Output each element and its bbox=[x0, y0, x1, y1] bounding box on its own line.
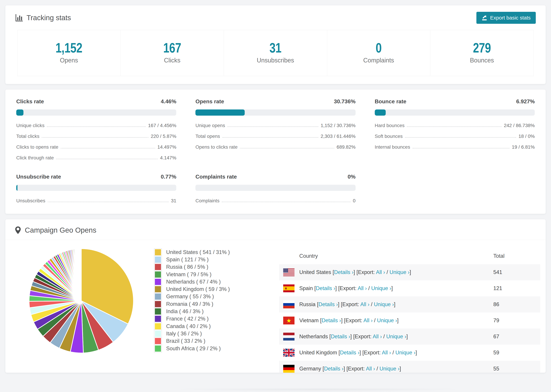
rate-value: 6.927% bbox=[516, 98, 535, 105]
rate-progress-fill bbox=[195, 109, 245, 116]
rate-block-unsubscribe-rate: Unsubscribe rate0.77%Unsubscribes31 bbox=[16, 174, 176, 203]
rate-detail-label: Total clicks bbox=[16, 133, 39, 139]
legend-label: Netherlands ( 67 / 4% ) bbox=[166, 279, 221, 285]
country-name: United Kingdom bbox=[299, 350, 337, 356]
rate-detail-row: Unsubscribes31 bbox=[16, 198, 176, 203]
rates-card: Clicks rate4.46%Unique clicks167 / 4.456… bbox=[5, 89, 546, 214]
details-link[interactable]: Details › bbox=[324, 366, 344, 372]
export-all-link[interactable]: All › bbox=[363, 317, 373, 323]
stat-cell-clicks: 167Clicks bbox=[121, 30, 224, 76]
legend-item-canada[interactable]: Canada ( 40 / 2% ) bbox=[154, 322, 236, 330]
geo-table-row-netherlands: Netherlands [Details ›] [Export: All › /… bbox=[279, 329, 540, 345]
page-title: Tracking stats bbox=[27, 14, 71, 22]
country-total: 67 bbox=[493, 334, 536, 340]
legend-item-united-states[interactable]: United States ( 541 / 31% ) bbox=[154, 249, 236, 256]
rate-progress-bar bbox=[16, 109, 176, 116]
rate-detail-row: Internal bounces19 / 6.81% bbox=[375, 144, 535, 150]
legend-item-italy[interactable]: Italy ( 36 / 2% ) bbox=[154, 330, 236, 337]
details-link[interactable]: Details › bbox=[318, 301, 338, 307]
tracking-stats-card: Tracking stats Export basic stats 1,152O… bbox=[5, 5, 546, 84]
rate-progress-fill bbox=[16, 185, 17, 191]
country-name: Vietnam bbox=[299, 317, 319, 323]
geo-table-row-united-states: United States [Details ›] [Export: All ›… bbox=[279, 264, 540, 280]
legend-item-spain[interactable]: Spain ( 121 / 7% ) bbox=[154, 256, 236, 263]
legend-label: Germany ( 55 / 3% ) bbox=[166, 294, 214, 300]
rate-detail-value: 14.497% bbox=[157, 144, 177, 150]
details-link[interactable]: Details › bbox=[331, 334, 350, 339]
country-total: 55 bbox=[493, 366, 536, 372]
export-unique-link[interactable]: Unique › bbox=[386, 334, 406, 339]
geo-table-body: United States [Details ›] [Export: All ›… bbox=[279, 264, 540, 373]
legend-label: India ( 46 / 3% ) bbox=[166, 308, 204, 315]
rate-title: Unsubscribe rate bbox=[16, 174, 61, 180]
export-unique-link[interactable]: Unique › bbox=[396, 350, 416, 356]
geo-table-row-russia: Russia [Details ›] [Export: All › / Uniq… bbox=[279, 296, 540, 313]
rate-detail-value: 19 / 6.81% bbox=[512, 144, 535, 150]
export-all-link[interactable]: All › bbox=[373, 334, 382, 339]
legend-swatch bbox=[154, 330, 162, 337]
details-link[interactable]: Details › bbox=[322, 317, 341, 323]
rate-detail-value: 4.147% bbox=[160, 155, 176, 161]
rate-detail-value: 689.82% bbox=[337, 144, 356, 150]
export-all-link[interactable]: All › bbox=[358, 285, 367, 291]
rate-detail-row: Clicks to opens rate14.497% bbox=[16, 144, 176, 150]
export-all-link[interactable]: All › bbox=[382, 350, 391, 356]
rate-detail-row: Unique opens1,152 / 30.736% bbox=[195, 123, 355, 128]
flag-icon-es bbox=[283, 284, 295, 292]
pie-slice-other[interactable] bbox=[81, 249, 81, 301]
flag-icon-vn bbox=[283, 317, 295, 324]
flag-icon-gb bbox=[283, 349, 295, 357]
rate-progress-bar bbox=[195, 109, 355, 116]
export-unique-link[interactable]: Unique › bbox=[380, 366, 400, 372]
stat-value: 0 bbox=[376, 40, 381, 56]
legend-swatch bbox=[154, 345, 162, 352]
legend-item-france[interactable]: France ( 42 / 2% ) bbox=[154, 315, 236, 322]
legend-item-romania[interactable]: Romania ( 49 / 3% ) bbox=[154, 300, 236, 308]
rate-progress-bar bbox=[195, 185, 355, 191]
legend-item-germany[interactable]: Germany ( 55 / 3% ) bbox=[154, 293, 236, 300]
stat-cell-bounces: 279Bounces bbox=[430, 30, 534, 76]
export-all-link[interactable]: All › bbox=[376, 269, 385, 275]
flag-icon-de bbox=[283, 365, 295, 373]
export-basic-stats-button[interactable]: Export basic stats bbox=[476, 12, 536, 24]
legend-swatch bbox=[154, 278, 162, 286]
legend-swatch bbox=[154, 308, 162, 315]
flag-icon-ru bbox=[283, 301, 295, 308]
legend-item-brazil[interactable]: Brazil ( 33 / 2% ) bbox=[154, 337, 236, 345]
geo-pie-chart[interactable] bbox=[28, 248, 134, 354]
rate-detail-value: 18 / 0% bbox=[518, 133, 535, 139]
card-bottom-shadow bbox=[168, 389, 469, 392]
rate-detail-label: Unique clicks bbox=[16, 123, 44, 128]
geo-table: Country Total United States [Details ›] … bbox=[279, 248, 540, 373]
export-all-link[interactable]: All › bbox=[366, 366, 375, 372]
legend-item-russia[interactable]: Russia ( 86 / 5% ) bbox=[154, 263, 236, 271]
rate-detail-value: 31 bbox=[171, 198, 176, 203]
details-link[interactable]: Details › bbox=[340, 350, 360, 356]
legend-label: South Africa ( 29 / 2% ) bbox=[166, 345, 221, 352]
legend-item-india[interactable]: India ( 46 / 3% ) bbox=[154, 308, 236, 315]
export-unique-link[interactable]: Unique › bbox=[374, 301, 394, 307]
legend-item-south-africa[interactable]: South Africa ( 29 / 2% ) bbox=[154, 345, 236, 352]
export-unique-link[interactable]: Unique › bbox=[371, 285, 391, 291]
legend-swatch bbox=[154, 249, 162, 256]
export-unique-link[interactable]: Unique › bbox=[389, 269, 410, 275]
dotted-leader bbox=[42, 137, 148, 138]
details-link[interactable]: Details › bbox=[334, 269, 353, 275]
dotted-leader bbox=[405, 137, 516, 138]
rate-title: Bounce rate bbox=[375, 98, 406, 105]
country-total: 541 bbox=[493, 269, 536, 275]
details-link[interactable]: Details › bbox=[316, 285, 335, 291]
rate-detail-label: Hard bounces bbox=[375, 123, 404, 128]
country-name: United States bbox=[299, 269, 331, 275]
legend-item-united-kingdom[interactable]: United Kingdom ( 59 / 3% ) bbox=[154, 286, 236, 293]
export-all-link[interactable]: All › bbox=[360, 301, 369, 307]
export-unique-link[interactable]: Unique › bbox=[377, 317, 397, 323]
stats-summary-box: 1,152Opens167Clicks31Unsubscribes0Compla… bbox=[17, 30, 534, 76]
country-total: 121 bbox=[493, 285, 536, 291]
dotted-leader bbox=[227, 126, 318, 127]
legend-swatch bbox=[154, 263, 162, 271]
rate-progress-bar bbox=[375, 109, 535, 116]
legend-item-vietnam[interactable]: Vietnam ( 79 / 5% ) bbox=[154, 271, 236, 278]
legend-item-netherlands[interactable]: Netherlands ( 67 / 4% ) bbox=[154, 278, 236, 286]
dotted-leader bbox=[222, 202, 350, 202]
